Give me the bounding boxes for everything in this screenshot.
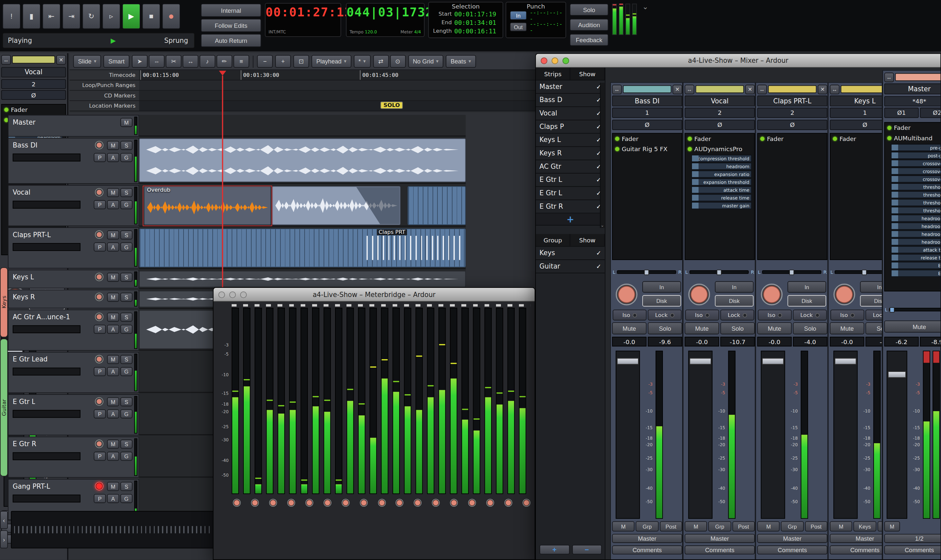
gain-display[interactable]: -0.0 bbox=[830, 337, 864, 347]
meter-position-button[interactable]: Post bbox=[732, 521, 755, 531]
peak-display[interactable]: -9.6 bbox=[648, 337, 682, 347]
gain-display[interactable]: -0.0 bbox=[685, 337, 719, 347]
track-header[interactable]: Vocal M S P A G bbox=[8, 185, 139, 226]
comments-button[interactable]: Comments bbox=[830, 545, 882, 554]
transport-button[interactable]: ! bbox=[2, 4, 20, 29]
gain-fader[interactable] bbox=[887, 351, 907, 519]
strip-list-item[interactable]: Vocal ✓ bbox=[536, 107, 605, 120]
canvas-row-master[interactable] bbox=[139, 115, 465, 137]
selection-row[interactable]: Length 00:00:16:11 bbox=[429, 26, 503, 35]
strip-input-button[interactable]: 1 bbox=[830, 108, 882, 118]
strip-close-icon[interactable]: ✕ bbox=[745, 85, 755, 94]
gain-display[interactable]: -0.0 bbox=[757, 337, 792, 347]
meter-position-button[interactable]: Post bbox=[878, 521, 882, 531]
plugin-control[interactable]: crossover 2 bbox=[891, 168, 941, 175]
processor-led-icon[interactable] bbox=[887, 136, 892, 140]
mouse-mode-tool-button[interactable]: ↔ bbox=[183, 55, 198, 68]
edit-point-dropdown[interactable]: *▾ bbox=[354, 55, 371, 68]
maximize-icon[interactable] bbox=[562, 57, 569, 64]
cd-markers-ruler[interactable]: CD Markers bbox=[70, 91, 535, 101]
strip-close-icon[interactable]: ✕ bbox=[673, 85, 682, 94]
plugin-control[interactable]: attack time bbox=[891, 246, 941, 253]
track-color-bar[interactable] bbox=[623, 85, 671, 93]
record-arm-button[interactable] bbox=[396, 499, 404, 507]
peak-display[interactable]: -9 bbox=[866, 337, 882, 347]
plugin-control[interactable]: threshold 1 bbox=[891, 183, 941, 190]
record-arm-button[interactable] bbox=[377, 499, 385, 507]
output-button[interactable]: Master bbox=[757, 534, 827, 543]
strip-name[interactable]: Claps PRT-L bbox=[757, 95, 827, 106]
track-color-bar[interactable] bbox=[895, 73, 941, 81]
strip-phase-button[interactable]: Ø1 bbox=[884, 108, 919, 118]
mute-button[interactable]: Mute bbox=[685, 322, 719, 334]
pan-track[interactable] bbox=[889, 308, 941, 311]
plugin-control[interactable]: compression threshold bbox=[692, 155, 752, 162]
monitor-input-button[interactable]: In bbox=[715, 281, 753, 293]
pan-control[interactable]: L R bbox=[756, 266, 828, 278]
strip-phase-button[interactable]: Ø bbox=[830, 120, 882, 130]
smart-mode-button[interactable]: Smart bbox=[104, 55, 129, 68]
record-arm-button[interactable] bbox=[688, 284, 710, 306]
processor-led-icon[interactable] bbox=[688, 147, 692, 151]
track-header[interactable]: E Gtr Lead M S P A G bbox=[8, 352, 139, 393]
pan-control[interactable]: L R bbox=[829, 266, 882, 278]
output-button[interactable]: Master bbox=[685, 534, 755, 543]
selection-rectangle[interactable] bbox=[143, 185, 272, 226]
follow-edits-button[interactable]: Follow Edits bbox=[201, 18, 262, 32]
track-color-bar[interactable] bbox=[841, 85, 882, 93]
strip-close-icon[interactable]: ✕ bbox=[56, 55, 66, 65]
processor-box[interactable]: Fader Guitar Rig 5 FX bbox=[612, 133, 682, 260]
transport-button[interactable]: ● bbox=[162, 4, 180, 29]
group-tab-guitar[interactable]: Guitar bbox=[0, 338, 8, 476]
playlist-button[interactable]: P bbox=[94, 153, 106, 162]
solo-button[interactable]: Solo bbox=[793, 322, 827, 334]
edit-mode-dropdown[interactable]: Slide▾ bbox=[73, 55, 102, 68]
track-name[interactable]: E Gtr L bbox=[13, 398, 35, 406]
canvas-row-keys-l[interactable] bbox=[139, 270, 465, 289]
strip-name[interactable]: Master bbox=[884, 83, 941, 94]
track-mute-button[interactable]: M bbox=[107, 482, 119, 491]
audio-region[interactable] bbox=[139, 271, 465, 287]
plugin-control[interactable]: expansion threshold bbox=[692, 178, 752, 185]
track-header[interactable]: Keys L M S P A G bbox=[8, 269, 139, 288]
transport-button[interactable]: ⇥ bbox=[62, 4, 80, 29]
track-mute-button[interactable]: M bbox=[107, 273, 119, 282]
gain-display[interactable]: -6.2 bbox=[884, 337, 919, 347]
track-solo-button[interactable]: S bbox=[120, 230, 132, 240]
audio-region[interactable] bbox=[408, 186, 465, 225]
groups-panel-header[interactable]: Group bbox=[536, 234, 570, 246]
maximize-icon[interactable] bbox=[240, 291, 247, 298]
processor-led-icon[interactable] bbox=[615, 137, 619, 141]
group-button[interactable]: Grp bbox=[708, 521, 731, 531]
automation-button[interactable]: A bbox=[107, 325, 119, 334]
track-mute-button[interactable]: M bbox=[120, 118, 132, 127]
group-button[interactable]: G bbox=[120, 452, 132, 461]
track-mute-button[interactable]: M bbox=[107, 141, 119, 150]
transport-button[interactable]: ↻ bbox=[82, 4, 100, 29]
track-mute-button[interactable]: M bbox=[107, 188, 119, 197]
track-mute-button[interactable]: M bbox=[107, 313, 119, 322]
punch-button[interactable]: Out bbox=[510, 22, 527, 31]
gain-fader[interactable] bbox=[833, 351, 858, 519]
close-icon[interactable] bbox=[218, 291, 225, 298]
peak-display[interactable]: -10.7 bbox=[721, 337, 755, 347]
pan-thumb[interactable] bbox=[890, 307, 895, 313]
fader-handle[interactable] bbox=[689, 358, 711, 365]
playlist-button[interactable]: P bbox=[94, 452, 106, 461]
track-solo-button[interactable]: S bbox=[120, 355, 132, 364]
solo-button[interactable]: Solo bbox=[721, 322, 755, 334]
strip-list-item[interactable]: Bass D ✓ bbox=[536, 94, 605, 107]
solo-lock-button[interactable]: Lock bbox=[721, 309, 755, 320]
record-arm-button[interactable] bbox=[360, 499, 367, 507]
track-solo-button[interactable]: S bbox=[120, 141, 132, 150]
plugin-control[interactable]: crossover 3 bbox=[891, 175, 941, 183]
visible-checkbox[interactable]: ✓ bbox=[596, 263, 601, 269]
pan-control[interactable]: L R bbox=[883, 303, 941, 315]
track-solo-button[interactable]: S bbox=[120, 397, 132, 406]
track-solo-button[interactable]: S bbox=[120, 293, 132, 302]
plugin-control[interactable]: attack time bbox=[692, 186, 752, 193]
strip-expand-icon[interactable]: ↔ bbox=[757, 85, 767, 94]
processor-row[interactable]: Fader bbox=[885, 123, 941, 133]
track-header[interactable]: Master M S P A G bbox=[8, 115, 139, 137]
processor-row[interactable]: Fader bbox=[830, 134, 882, 144]
